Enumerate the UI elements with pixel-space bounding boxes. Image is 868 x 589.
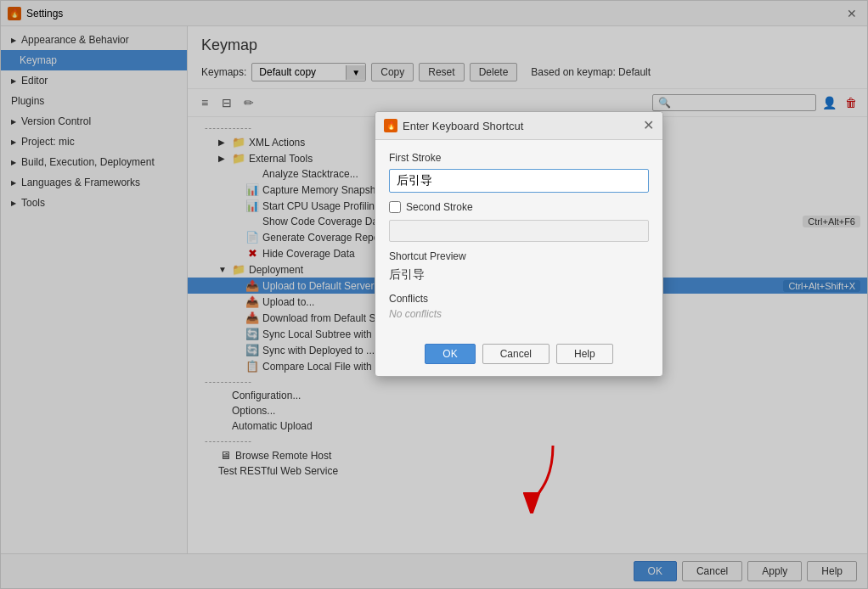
dialog-help-button[interactable]: Help <box>556 344 613 364</box>
first-stroke-input[interactable] <box>389 169 649 193</box>
second-stroke-row: Second Stroke <box>389 201 649 213</box>
preview-value: 后引导 <box>389 266 649 284</box>
conflicts-label: Conflicts <box>389 293 649 305</box>
dialog-icon: 🔥 <box>384 119 397 132</box>
arrow-annotation <box>510 437 570 513</box>
preview-label: Shortcut Preview <box>389 250 649 262</box>
first-stroke-label: First Stroke <box>389 152 649 164</box>
dialog-title: Enter Keyboard Shortcut <box>403 120 643 132</box>
conflicts-value: No conflicts <box>389 308 649 320</box>
dialog-titlebar: 🔥 Enter Keyboard Shortcut ✕ <box>375 112 662 140</box>
second-stroke-checkbox[interactable] <box>389 201 401 213</box>
dialog-body: First Stroke Second Stroke Shortcut Prev… <box>375 140 662 344</box>
dialog-ok-button[interactable]: OK <box>425 344 475 364</box>
keyboard-shortcut-dialog: 🔥 Enter Keyboard Shortcut ✕ First Stroke… <box>375 111 663 377</box>
dialog-footer: OK Cancel Help <box>375 344 662 376</box>
second-stroke-label: Second Stroke <box>406 201 473 213</box>
dialog-overlay: 🔥 Enter Keyboard Shortcut ✕ First Stroke… <box>1 1 867 588</box>
dialog-cancel-button[interactable]: Cancel <box>482 344 550 364</box>
dialog-close-button[interactable]: ✕ <box>643 119 654 132</box>
second-stroke-input[interactable] <box>389 220 649 242</box>
settings-window: 🔥 Settings ✕ ▶ Appearance & Behavior Key… <box>0 0 868 589</box>
